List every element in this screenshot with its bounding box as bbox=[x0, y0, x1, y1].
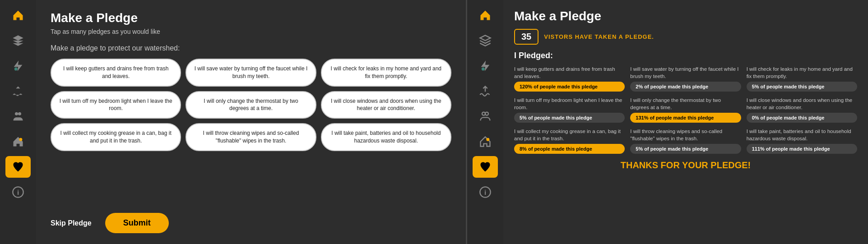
pledge-result-text-7: I will throw cleaning wipes and so-calle… bbox=[630, 128, 741, 142]
left-main-panel: Make a Pledge Tap as many pledges as you… bbox=[36, 0, 466, 244]
pledge-btn-6[interactable]: I will collect my cooking grease in a ca… bbox=[51, 123, 181, 151]
pledge-btn-3[interactable]: I will turn off my bedroom light when I … bbox=[51, 91, 181, 119]
pledge-btn-2[interactable]: I will check for leaks in my home and ya… bbox=[321, 59, 451, 87]
right-sidebar-item-home[interactable] bbox=[473, 5, 498, 26]
svg-point-11 bbox=[486, 138, 489, 141]
sidebar-item-flood[interactable] bbox=[5, 80, 31, 102]
svg-text:i: i bbox=[484, 189, 486, 196]
sidebar-item-people[interactable] bbox=[5, 106, 31, 127]
sidebar-item-pledge[interactable] bbox=[5, 156, 31, 178]
right-sidebar-item-people[interactable] bbox=[473, 106, 498, 127]
visitors-label: VISTORS HAVE TAKEN A PLEDGE. bbox=[544, 33, 654, 40]
pledge-bar-4: 131% of people made this pledge bbox=[630, 113, 741, 123]
pledge-bar-3: 5% of people made this pledge bbox=[514, 113, 625, 123]
sidebar-item-house[interactable] bbox=[5, 131, 31, 152]
right-sidebar-item-pledge[interactable] bbox=[473, 156, 498, 178]
sidebar-item-lightning[interactable] bbox=[5, 55, 31, 77]
pledge-result-text-4: I will only change the thermostat by two… bbox=[630, 97, 741, 111]
pledge-result-0: I will keep gutters and drains free from… bbox=[514, 66, 625, 92]
pledge-bar-6: 8% of people made this pledge bbox=[514, 144, 625, 154]
pledge-bar-5: 0% of people made this pledge bbox=[747, 113, 857, 123]
pledge-grid: I will keep gutters and drains free from… bbox=[51, 59, 451, 151]
pledge-bar-label-3: 5% of people made this pledge bbox=[520, 115, 592, 120]
left-panel-title: Make a Pledge bbox=[51, 11, 451, 25]
pledge-result-3: I will turn off my bedroom light when I … bbox=[514, 97, 625, 123]
pledge-result-text-6: I will collect my cooking grease in a ca… bbox=[514, 128, 625, 142]
pledge-bar-7: 5% of people made this pledge bbox=[630, 144, 741, 154]
pledge-bar-label-0: 120% of people made this pledge bbox=[520, 84, 598, 89]
pledge-btn-8[interactable]: I will take paint, batteries and oil to … bbox=[321, 123, 451, 151]
right-sidebar-item-house[interactable] bbox=[473, 131, 498, 152]
pledge-result-6: I will collect my cooking grease in a ca… bbox=[514, 128, 625, 154]
right-panel-title: Make a Pledge bbox=[514, 9, 857, 23]
pledge-result-text-1: I will save water by turning off the fau… bbox=[630, 66, 741, 80]
pledge-bar-1: 2% of people made this pledge bbox=[630, 82, 741, 92]
visitors-bar: 35 VISTORS HAVE TAKEN A PLEDGE. bbox=[514, 29, 857, 45]
pledges-result-grid: I will keep gutters and drains free from… bbox=[514, 66, 857, 154]
pledge-result-text-5: I will close windows and doors when usin… bbox=[747, 97, 857, 111]
thanks-label: THANKS FOR YOUR PLEDGE! bbox=[514, 160, 857, 170]
pledge-bar-label-2: 5% of people made this pledge bbox=[752, 84, 825, 89]
svg-point-2 bbox=[15, 112, 18, 115]
right-sidebar-item-flood[interactable] bbox=[473, 80, 498, 102]
pledge-btn-4[interactable]: I will only change the thermostat by two… bbox=[186, 91, 316, 119]
svg-point-8 bbox=[482, 68, 485, 71]
pledge-bar-0: 120% of people made this pledge bbox=[514, 82, 625, 92]
right-sidebar-item-layers[interactable] bbox=[473, 30, 498, 51]
pledge-result-5: I will close windows and doors when usin… bbox=[747, 97, 857, 123]
sidebar-item-home[interactable] bbox=[5, 5, 31, 26]
pledge-bar-label-8: 111% of people made this pledge bbox=[752, 146, 830, 152]
right-sidebar-item-info[interactable]: i bbox=[473, 181, 498, 203]
bottom-actions: Skip Pledge Submit bbox=[51, 208, 451, 233]
right-panel: i Make a Pledge 35 VISTORS HAVE TAKEN A … bbox=[467, 0, 868, 244]
right-sidebar-item-lightning[interactable] bbox=[473, 55, 498, 77]
pledge-result-text-8: I will take paint, batteries and oil to … bbox=[747, 128, 857, 142]
pledge-bar-label-7: 5% of people made this pledge bbox=[636, 146, 708, 152]
svg-text:i: i bbox=[17, 189, 19, 196]
skip-pledge-button[interactable]: Skip Pledge bbox=[51, 219, 92, 227]
pledge-btn-7[interactable]: I will throw cleaning wipes and so-calle… bbox=[186, 123, 316, 151]
submit-button[interactable]: Submit bbox=[105, 213, 169, 233]
pledge-bar-label-5: 0% of people made this pledge bbox=[752, 115, 825, 120]
visitors-count: 35 bbox=[514, 29, 538, 45]
svg-point-10 bbox=[485, 112, 488, 115]
pledge-bar-2: 5% of people made this pledge bbox=[747, 82, 857, 92]
pledge-result-7: I will throw cleaning wipes and so-calle… bbox=[630, 128, 741, 154]
pledge-bar-label-4: 131% of people made this pledge bbox=[636, 115, 714, 120]
pledge-bar-label-6: 8% of people made this pledge bbox=[520, 146, 592, 152]
pledge-result-text-3: I will turn off my bedroom light when I … bbox=[514, 97, 625, 111]
pledge-section-label: Make a pledge to protect our watershed: bbox=[51, 44, 451, 52]
pledge-btn-1[interactable]: I will save water by turning off the fau… bbox=[186, 59, 316, 87]
left-sidebar: i bbox=[0, 0, 36, 244]
right-content: Make a Pledge 35 VISTORS HAVE TAKEN A PL… bbox=[503, 0, 868, 244]
sidebar-item-layers[interactable] bbox=[5, 30, 31, 51]
pledge-result-2: I will check for leaks in my home and ya… bbox=[747, 66, 857, 92]
svg-point-1 bbox=[14, 68, 18, 71]
right-sidebar: i bbox=[467, 0, 503, 244]
svg-point-3 bbox=[18, 112, 21, 115]
pledge-result-1: I will save water by turning off the fau… bbox=[630, 66, 741, 92]
pledge-btn-5[interactable]: I will close windows and doors when usin… bbox=[321, 91, 451, 119]
pledge-bar-label-1: 2% of people made this pledge bbox=[636, 84, 708, 89]
pledge-result-4: I will only change the thermostat by two… bbox=[630, 97, 741, 123]
i-pledged-label: I Pledged: bbox=[514, 51, 857, 60]
pledge-result-8: I will take paint, batteries and oil to … bbox=[747, 128, 857, 154]
left-panel-subtitle: Tap as many pledges as you would like bbox=[51, 28, 451, 35]
pledge-btn-0[interactable]: I will keep gutters and drains free from… bbox=[51, 59, 181, 87]
pledge-bar-8: 111% of people made this pledge bbox=[747, 144, 857, 154]
svg-point-4 bbox=[19, 138, 22, 141]
sidebar-item-info[interactable]: i bbox=[5, 181, 31, 203]
pledge-result-text-2: I will check for leaks in my home and ya… bbox=[747, 66, 857, 80]
pledge-result-text-0: I will keep gutters and drains free from… bbox=[514, 66, 625, 80]
